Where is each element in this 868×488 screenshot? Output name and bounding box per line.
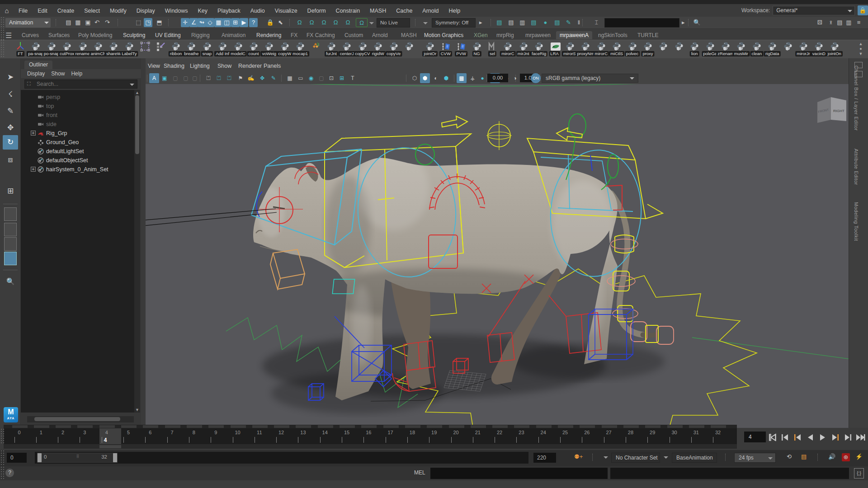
outliner-row[interactable]: +Rig_Grp	[21, 129, 135, 138]
outliner-menu-item[interactable]: Display	[27, 70, 45, 77]
shelf-tab[interactable]: UV Editing	[151, 31, 184, 39]
outliner-search[interactable]: ⛶ Search...	[24, 80, 137, 89]
snap-point-icon[interactable]: ↬	[198, 18, 206, 27]
quick-select-input[interactable]	[604, 18, 679, 28]
range-start-handle[interactable]	[38, 453, 42, 462]
shelf-button[interactable]: cutProx	[59, 41, 75, 58]
menu-item[interactable]: Key	[193, 8, 213, 14]
shelf-button[interactable]: polvec	[625, 41, 640, 58]
shelf-tab[interactable]: Rendering	[253, 31, 285, 39]
wire-sphere-icon[interactable]: ⬡	[410, 73, 420, 83]
outliner-horizontal-scrollbar[interactable]	[27, 416, 134, 422]
rotate-tool[interactable]: ↻	[3, 135, 18, 150]
shelf-button[interactable]: miCtlS	[609, 41, 624, 58]
command-input[interactable]	[430, 468, 608, 479]
home-icon[interactable]: ⌂	[0, 7, 14, 14]
shelf-button[interactable]: mocap1	[292, 41, 308, 58]
bookmark-flag-icon[interactable]: ⚑	[236, 73, 245, 83]
shelf-tab[interactable]: Animation	[218, 31, 249, 39]
select-hierarchy-icon[interactable]: ⬉	[276, 18, 285, 27]
shelf-button[interactable]: mirorC	[594, 41, 609, 58]
outliner-row[interactable]: +hairSystem_0_Anim_Set	[21, 165, 135, 174]
paint-select-tool[interactable]: ✎	[3, 104, 18, 118]
shaded-display-icon[interactable]: ⬢	[420, 73, 430, 83]
material-display-icon[interactable]: ⬢	[441, 73, 451, 83]
pencil-icon[interactable]: ✎	[269, 73, 278, 83]
shelf-button[interactable]: modelC	[231, 41, 246, 58]
go-to-end-button[interactable]	[856, 434, 865, 441]
shelf-button[interactable]: pa-snap	[28, 41, 43, 58]
shelf-tab[interactable]: mrpaween	[522, 31, 554, 39]
shelf-button[interactable]: lion	[687, 41, 702, 58]
select-camera-icon[interactable]: A	[149, 73, 159, 83]
shelf-button[interactable]: jointOr	[422, 41, 438, 58]
snap-magnet-3-icon[interactable]: Ω	[320, 18, 328, 27]
shelf-button[interactable]: proxy	[640, 41, 656, 58]
shelf-button[interactable]: poleGe	[703, 41, 718, 58]
select-tool[interactable]: ➤	[3, 70, 18, 84]
shelf-button[interactable]: po-snap	[44, 41, 59, 58]
character-set-icon[interactable]: ⚉+	[574, 453, 583, 460]
step-forward-key-button[interactable]	[832, 434, 839, 441]
step-back-key-button[interactable]	[794, 434, 801, 441]
workspace-lock-icon[interactable]: 🔒	[858, 5, 868, 15]
scroll-down-icon[interactable]: ▼	[135, 408, 139, 412]
viewport-menu-item[interactable]: Lighting	[190, 63, 210, 69]
shelf-button[interactable]: breathe	[184, 41, 199, 58]
shelf-button[interactable]: animCh	[90, 41, 106, 58]
shelf-button[interactable]: FT	[13, 41, 28, 58]
lock-icon[interactable]: 🔒	[266, 18, 274, 27]
film-gate-icon[interactable]: ▭	[296, 73, 306, 83]
shelf-tab[interactable]: XGen	[470, 31, 491, 39]
shelf-button[interactable]: furJnt	[324, 41, 339, 58]
gate-mask-icon[interactable]: ▢	[316, 73, 326, 83]
range-slider-bar[interactable]: 0 ⣿ 32	[37, 453, 118, 463]
shelf-button[interactable]: rigidW	[370, 41, 386, 58]
shelf-tab[interactable]: FX Caching	[303, 31, 339, 39]
cam3-icon[interactable]: ▢	[190, 73, 200, 83]
paint-effects-icon[interactable]: ✎	[564, 18, 573, 27]
shadow-display-icon[interactable]: ●	[477, 73, 487, 83]
checker-display-icon[interactable]: ▩	[457, 73, 467, 83]
shelf-button[interactable]: clean	[749, 41, 764, 58]
shelf-tab[interactable]: FX	[287, 31, 301, 39]
four-pane-layout[interactable]	[4, 223, 17, 236]
shelf-tab[interactable]: Surfaces	[45, 31, 73, 39]
shelf-tab[interactable]: mrpaweenA	[556, 31, 592, 39]
outliner-tab[interactable]: Outliner	[24, 61, 52, 69]
shelf-tab[interactable]: Arnold	[368, 31, 392, 39]
shelf-tab[interactable]: Sculpting	[119, 31, 149, 39]
modeling-toolkit-tab[interactable]: Modeling Toolkit	[854, 202, 859, 241]
shelf-button[interactable]: mirorJr	[796, 41, 811, 58]
shelf-button[interactable]: zRenam	[718, 41, 733, 58]
shelf-tab[interactable]: ngSkinTools	[594, 31, 631, 39]
color-mgmt-icon[interactable]: ON	[531, 73, 541, 83]
undo-icon[interactable]: ↶	[93, 18, 101, 27]
menu-item[interactable]: Arnold	[417, 8, 443, 14]
select-last-icon[interactable]: ⬒	[155, 18, 164, 27]
channel-box-layer-editor-tab[interactable]: Channel Box / Layer Editor	[854, 66, 859, 131]
menu-item[interactable]: Display	[132, 8, 160, 14]
shelf-button[interactable]: shareW	[106, 41, 121, 58]
camera-icon[interactable]: ⏍	[203, 73, 213, 83]
snap-plane-icon[interactable]: ◇	[206, 18, 214, 27]
shelf-button[interactable]: copyCV	[355, 41, 370, 58]
play-forward-button[interactable]	[820, 434, 825, 441]
cam1-icon[interactable]: ▢	[170, 73, 180, 83]
open-scene-icon[interactable]: ▦	[74, 18, 82, 27]
current-frame-field[interactable]: 4	[744, 432, 766, 442]
play-backwards-button[interactable]	[808, 434, 813, 441]
shelf-tab[interactable]: Poly Modeling	[75, 31, 116, 39]
menu-item[interactable]: File	[14, 8, 33, 14]
jaw-control[interactable]	[270, 249, 305, 289]
move-manip-icon[interactable]: ✥	[257, 73, 267, 83]
shelf-button[interactable]: LRA	[547, 41, 562, 58]
shelf-button[interactable]: jointOn	[827, 41, 842, 58]
shelf-button[interactable]: NG	[469, 41, 485, 58]
snap-view-icon[interactable]: ▦	[214, 18, 223, 27]
move-tool[interactable]: ✥	[3, 121, 18, 135]
shelf-button[interactable]	[153, 41, 168, 58]
soft-mod-tool[interactable]: ⊞	[3, 184, 18, 198]
tool-settings-icon[interactable]: ▥	[844, 18, 853, 27]
menu-item[interactable]: Edit	[33, 8, 52, 14]
